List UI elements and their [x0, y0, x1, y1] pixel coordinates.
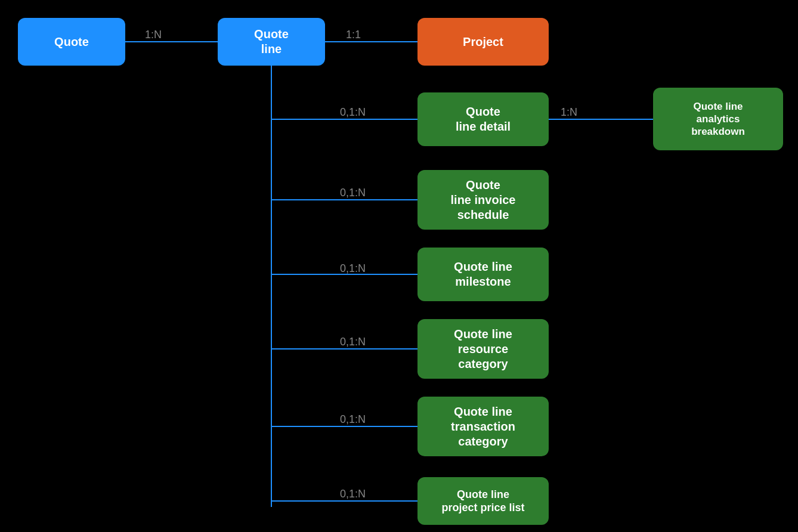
node-quoteline-analytics: Quote line analytics breakdown: [653, 88, 783, 150]
node-quoteline-projectpl: Quote line project price list: [417, 477, 549, 525]
node-quoteline-projectpl-label: Quote line project price list: [441, 488, 524, 515]
rel-quoteline-resource: 0,1:N: [340, 336, 366, 348]
node-quote-label: Quote: [54, 35, 89, 50]
rel-detail-analytics: 1:N: [561, 106, 577, 119]
node-quoteline-invoice-label: Quote line invoice schedule: [451, 178, 516, 222]
connector-layer: [0, 0, 798, 532]
rel-quoteline-milestone: 0,1:N: [340, 262, 366, 275]
node-quoteline-milestone: Quote line milestone: [417, 248, 549, 301]
node-quoteline-invoice: Quote line invoice schedule: [417, 170, 549, 230]
rel-quoteline-projectpl: 0,1:N: [340, 488, 366, 500]
rel-quote-quoteline: 1:N: [145, 29, 162, 41]
node-quote: Quote: [18, 18, 125, 66]
node-quoteline-transaction-label: Quote line transaction category: [451, 404, 515, 449]
rel-quoteline-project: 1:1: [346, 29, 361, 41]
node-quoteline-label: Quote line: [254, 27, 289, 57]
node-quoteline-resource-label: Quote line resource category: [454, 327, 512, 372]
rel-quoteline-transaction: 0,1:N: [340, 413, 366, 426]
node-quoteline-milestone-label: Quote line milestone: [454, 259, 512, 289]
node-quoteline-resource: Quote line resource category: [417, 319, 549, 379]
node-quoteline-transaction: Quote line transaction category: [417, 397, 549, 456]
node-project: Project: [417, 18, 549, 66]
node-quoteline: Quote line: [218, 18, 325, 66]
node-project-label: Project: [463, 35, 503, 50]
node-quoteline-detail-label: Quote line detail: [456, 104, 511, 134]
node-quoteline-detail: Quote line detail: [417, 92, 549, 146]
diagram: Quote 1:N Quote line 1:1 Project 0,1:N Q…: [0, 0, 798, 532]
node-quoteline-analytics-label: Quote line analytics breakdown: [691, 100, 745, 138]
rel-quoteline-invoice: 0,1:N: [340, 187, 366, 199]
rel-quoteline-detail: 0,1:N: [340, 106, 366, 119]
